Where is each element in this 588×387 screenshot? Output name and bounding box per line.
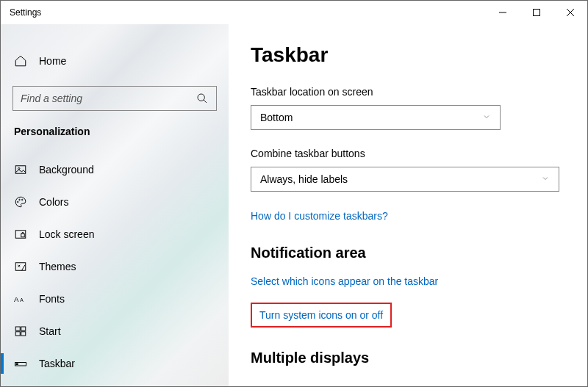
sidebar-item-label: Start <box>39 325 61 337</box>
chevron-down-icon <box>541 173 550 185</box>
sidebar-item-label: Themes <box>39 261 76 272</box>
minimize-icon <box>499 9 506 16</box>
sidebar-item-background[interactable]: Background <box>1 153 229 186</box>
combine-buttons-select[interactable]: Always, hide labels <box>251 167 559 192</box>
highlight-box: Turn system icons on or off <box>251 303 392 328</box>
link-select-icons[interactable]: Select which icons appear on the taskbar <box>251 275 438 287</box>
section-notification-area: Notification area <box>251 245 565 261</box>
window-title: Settings <box>10 7 41 18</box>
close-icon <box>567 9 574 16</box>
page-title: Taskbar <box>251 43 565 67</box>
picture-icon <box>14 163 27 176</box>
svg-point-8 <box>18 201 19 203</box>
sidebar-item-fonts[interactable]: AA Fonts <box>1 283 229 315</box>
sidebar-item-start[interactable]: Start <box>1 315 229 347</box>
svg-rect-6 <box>15 166 26 174</box>
window-controls <box>486 1 587 24</box>
combine-buttons-value: Always, hide labels <box>260 173 348 185</box>
sidebar-item-label: Fonts <box>39 293 65 305</box>
taskbar-location-value: Bottom <box>260 112 293 123</box>
sidebar-item-colors[interactable]: Colors <box>1 186 229 218</box>
svg-rect-22 <box>16 364 18 365</box>
sidebar-category: Personalization <box>1 126 229 137</box>
settings-window: Settings Home <box>0 0 588 387</box>
taskbar-location-select[interactable]: Bottom <box>251 105 501 130</box>
link-system-icons[interactable]: Turn system icons on or off <box>259 309 383 321</box>
search-input[interactable] <box>21 93 182 104</box>
svg-rect-16 <box>15 327 20 330</box>
sidebar: Home Personalization <box>1 24 229 386</box>
sidebar-item-label: Colors <box>39 196 68 208</box>
sidebar-item-themes[interactable]: Themes <box>1 250 229 283</box>
nav-home[interactable]: Home <box>1 46 229 76</box>
themes-icon <box>14 260 27 273</box>
link-customize-taskbars[interactable]: How do I customize taskbars? <box>251 210 388 222</box>
minimize-button[interactable] <box>486 1 520 24</box>
window-body: Home Personalization <box>1 24 587 386</box>
combine-buttons-label: Combine taskbar buttons <box>251 148 565 159</box>
svg-point-4 <box>198 94 204 101</box>
nav-home-label: Home <box>39 55 66 67</box>
fonts-icon: AA <box>14 292 27 305</box>
maximize-icon <box>533 9 540 16</box>
palette-icon <box>14 195 27 209</box>
svg-line-5 <box>204 100 207 103</box>
svg-point-7 <box>18 167 20 169</box>
home-icon <box>14 54 27 68</box>
sidebar-item-taskbar[interactable]: Taskbar <box>1 347 229 380</box>
svg-point-9 <box>19 199 21 200</box>
search-box[interactable] <box>12 86 217 111</box>
sidebar-item-lock-screen[interactable]: Lock screen <box>1 218 229 250</box>
taskbar-icon <box>14 357 27 370</box>
sidebar-item-label: Lock screen <box>39 228 94 240</box>
svg-rect-19 <box>21 332 26 336</box>
svg-rect-12 <box>21 234 25 237</box>
svg-rect-17 <box>21 327 26 330</box>
sidebar-item-label: Background <box>39 164 94 176</box>
search-icon <box>196 92 209 105</box>
svg-rect-18 <box>15 332 20 336</box>
svg-text:A: A <box>14 295 19 303</box>
start-icon <box>14 325 27 338</box>
sidebar-item-label: Taskbar <box>39 358 75 369</box>
chevron-down-icon <box>482 112 491 123</box>
titlebar: Settings <box>1 1 587 24</box>
svg-text:A: A <box>20 297 24 303</box>
close-button[interactable] <box>553 1 587 24</box>
content-pane: Taskbar Taskbar location on screen Botto… <box>229 24 587 386</box>
taskbar-location-label: Taskbar location on screen <box>251 86 565 98</box>
maximize-button[interactable] <box>520 1 553 24</box>
sidebar-nav: Background Colors Lock screen <box>1 153 229 380</box>
lock-screen-icon <box>14 228 27 241</box>
svg-point-10 <box>22 199 24 200</box>
svg-rect-1 <box>534 10 540 16</box>
section-multiple-displays: Multiple displays <box>251 350 565 366</box>
